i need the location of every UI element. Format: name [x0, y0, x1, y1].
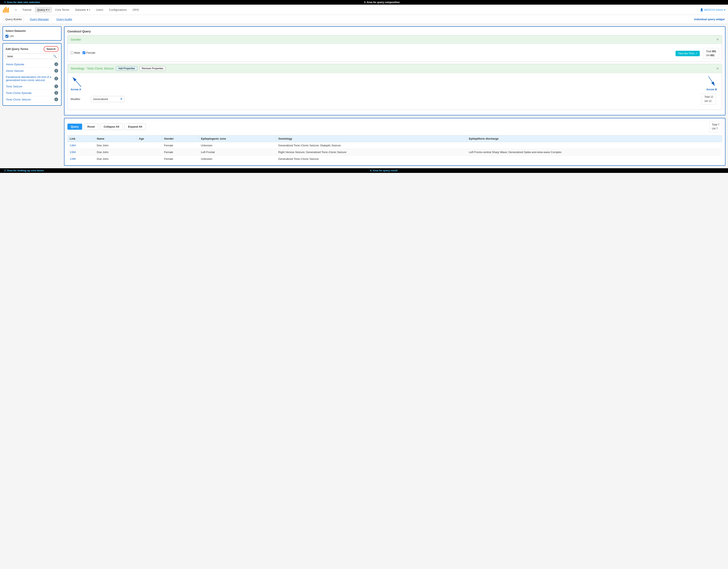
- modifier-label: Modifier: [71, 98, 87, 101]
- row1-discharge: [467, 142, 722, 149]
- arrow-b-svg: [706, 75, 719, 88]
- col-zone: Epileptogenic zone: [199, 135, 276, 142]
- svg-rect-2: [5, 7, 6, 13]
- gender-close-button[interactable]: ✕: [716, 38, 719, 42]
- col-link: Link: [68, 135, 95, 142]
- modifier-select[interactable]: Generalized Focal Unknown: [91, 96, 125, 102]
- svg-rect-1: [4, 8, 5, 13]
- nav-query[interactable]: Query ▾: [35, 7, 52, 13]
- row1-link[interactable]: 1384: [70, 144, 76, 147]
- query-button[interactable]: Query: [67, 124, 82, 130]
- table-row: 1394 Doe John Female Left Frontal Right …: [68, 149, 722, 156]
- semiology-widget-header: Semiology - Tonic-Clonic Seizure Add Pro…: [68, 64, 722, 73]
- navbar: ⌂ Tutorial Query ▾ Core Terms Datasets ▾…: [0, 5, 728, 15]
- search-button[interactable]: Search: [44, 46, 59, 52]
- reset-button[interactable]: Reset: [84, 123, 98, 130]
- expand-all-button[interactable]: Expand All: [125, 123, 146, 130]
- info-icon-atonic-episode[interactable]: i: [54, 62, 58, 66]
- annotation-area-4: 4. Area for query result: [370, 169, 398, 172]
- info-icon-tonic-clonic-seizure[interactable]: i: [54, 98, 58, 101]
- annotation-area-1: 1. Area for data sets selection: [4, 1, 40, 4]
- datasets-title: Select Datasets: [5, 29, 59, 32]
- info-icon-atonic-seizure[interactable]: i: [54, 69, 58, 73]
- search-input[interactable]: [7, 55, 53, 58]
- gender-male-option: Male: [71, 51, 80, 54]
- nav-users[interactable]: Users: [94, 7, 106, 13]
- sub-nav-query-audits[interactable]: Query Audits: [55, 17, 74, 22]
- bar-plots-row: View Bar Plots ↗ Total 891 UH 891: [676, 48, 719, 59]
- search-row: Add Query Terms Search: [5, 46, 59, 52]
- row3-semiology: Generalized Tonic-Clonic Seizure: [276, 156, 467, 162]
- gender-options-row: Male Female: [71, 51, 95, 54]
- row2-age: [137, 149, 162, 156]
- gender-female-checkbox[interactable]: [83, 51, 85, 54]
- bottom-annotation-bar: 2. Area for looking up core terms 4. Are…: [0, 168, 728, 173]
- term-tonic-clonic-seizure[interactable]: Tonic-Clonic Seizure i: [5, 96, 59, 103]
- info-icon-tonic-seizure[interactable]: i: [54, 84, 58, 88]
- arrow-b-area: Arrow B: [706, 75, 719, 91]
- info-icon-paradoxical[interactable]: i: [54, 77, 58, 80]
- results-uh-value: 7: [716, 127, 718, 130]
- sub-nav-query-manager[interactable]: Query Manager: [28, 17, 50, 22]
- term-tonic-seizure[interactable]: Tonic Seizure i: [5, 83, 59, 90]
- sub-nav-query-builder[interactable]: Query Builder: [3, 17, 24, 22]
- dataset-uh-checkbox[interactable]: [5, 35, 8, 38]
- term-atonic-episode[interactable]: Atonic Episode i: [5, 61, 59, 68]
- construct-query-panel: Construct Query Gender ✕ Male: [64, 26, 725, 115]
- logo[interactable]: [3, 6, 10, 13]
- nav-opic[interactable]: OPIC: [130, 7, 142, 13]
- arrow-b-label: Arrow B: [706, 88, 717, 91]
- row3-link[interactable]: 1396: [70, 157, 76, 161]
- collapse-all-button[interactable]: Collapse All: [100, 123, 123, 130]
- gender-widget-header: Gender ✕: [68, 35, 722, 44]
- dataset-uh: UH: [5, 35, 59, 38]
- add-properties-button[interactable]: Add Properties: [116, 66, 137, 71]
- gender-male-checkbox[interactable]: [71, 51, 73, 54]
- nav-core-terms[interactable]: Core Terms: [53, 7, 72, 13]
- user-menu[interactable]: 👤 MEDCIS Admin ▾: [700, 8, 725, 11]
- gender-male-label: Male: [74, 51, 80, 54]
- row2-discharge: Left Fronto-central Sharp Wave; Generali…: [467, 149, 722, 156]
- semiology-title-group: Semiology - Tonic-Clonic Seizure Add Pro…: [71, 66, 166, 71]
- row2-name: Doe John: [95, 149, 137, 156]
- term-atonic-seizure[interactable]: Atonic Seizure i: [5, 68, 59, 74]
- row3-name: Doe John: [95, 156, 137, 162]
- sem-uh-label: UH: [704, 100, 708, 103]
- widget-label: Individual query widget: [694, 18, 725, 21]
- term-tonic-clonic-episode[interactable]: Tonic-Clonic Episode i: [5, 90, 59, 96]
- search-icon: 🔍: [53, 55, 57, 58]
- terms-list: Atonic Episode i Atonic Seizure i Parado…: [5, 61, 59, 103]
- remove-properties-button[interactable]: Remove Properties: [139, 66, 166, 71]
- row1-gender: Female: [162, 142, 199, 149]
- results-total-value: 7: [718, 123, 719, 126]
- home-nav[interactable]: ⌂: [13, 7, 19, 13]
- view-bar-plots-button[interactable]: View Bar Plots ↗: [676, 51, 700, 56]
- semiology-close-button[interactable]: ✕: [716, 67, 719, 71]
- svg-rect-4: [8, 8, 9, 13]
- nav-datasets[interactable]: Datasets ▾: [73, 7, 93, 13]
- row1-zone: Unknown: [199, 142, 276, 149]
- right-panel: Construct Query Gender ✕ Male: [64, 26, 725, 166]
- row1-name: Doe John: [95, 142, 137, 149]
- gender-uh-value: 891: [710, 54, 715, 57]
- sem-total-label: Total: [704, 95, 710, 98]
- row2-link[interactable]: 1394: [70, 151, 76, 154]
- col-gender: Gender: [162, 135, 199, 142]
- gender-total-value: 891: [712, 50, 716, 53]
- table-header: Link Name Age Gender Epileptogenic zone …: [68, 135, 722, 142]
- nav-configurations[interactable]: Configurations: [107, 7, 129, 13]
- main-content: Select Datasets UH Add Query Terms Searc…: [0, 24, 728, 168]
- col-name: Name: [95, 135, 137, 142]
- gender-uh-label: UH: [706, 54, 709, 57]
- info-icon-tonic-clonic-episode[interactable]: i: [54, 91, 58, 95]
- term-paradoxical[interactable]: Paradoxical lateralization (At end of a …: [5, 74, 59, 83]
- results-actions-row: Query Reset Collapse All Expand All Tota…: [67, 121, 722, 132]
- gender-total-label: Total: [706, 50, 711, 53]
- nav-tutorial[interactable]: Tutorial: [20, 7, 34, 13]
- gender-widget: Gender ✕ Male Female: [67, 35, 722, 62]
- svg-line-6: [73, 77, 81, 87]
- svg-rect-0: [3, 10, 4, 13]
- annotation-area-2: 2. Area for looking up core terms: [4, 169, 44, 172]
- svg-line-8: [708, 76, 715, 86]
- col-age: Age: [137, 135, 162, 142]
